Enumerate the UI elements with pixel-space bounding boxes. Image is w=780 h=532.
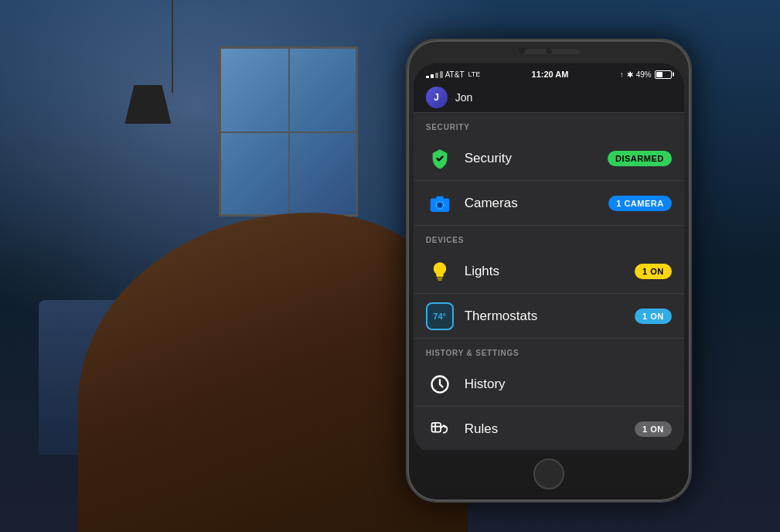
section-header-security: SECURITY (414, 113, 684, 136)
lamp-shade (124, 85, 171, 124)
cameras-badge: 1 CAMERA (608, 196, 671, 211)
app-content: J Jon SECURITY Security Disarmed (414, 82, 684, 450)
rules-icon (429, 418, 451, 440)
thermostats-badge: 1 ON (635, 309, 672, 324)
status-left: AT&T LTE (426, 70, 481, 79)
section-header-history: HISTORY & SETTINGS (414, 339, 684, 362)
lights-label: Lights (465, 264, 635, 279)
camera-icon (429, 193, 451, 214)
security-icon-wrap (426, 145, 454, 172)
battery-icon (655, 70, 672, 79)
status-right: ↑ ✱ 49% (620, 70, 672, 79)
thermostats-label: Thermostats (465, 309, 635, 324)
avatar: J (426, 87, 448, 108)
bluetooth-icon: ✱ (627, 70, 633, 79)
rules-icon-wrap (426, 415, 454, 443)
network-label: LTE (468, 70, 481, 78)
phone-screen: AT&T LTE 11:20 AM ↑ ✱ 49% J (414, 63, 684, 455)
signal-dot-2 (431, 74, 434, 78)
rules-label: Rules (465, 421, 635, 437)
menu-item-cameras[interactable]: Cameras 1 CAMERA (414, 181, 684, 226)
svg-rect-3 (436, 196, 443, 200)
thermo-icon-wrap: 74° (426, 302, 454, 330)
security-label: Security (465, 151, 608, 166)
section-title-history: HISTORY & SETTINGS (426, 349, 519, 357)
menu-item-lights[interactable]: Lights 1 ON (414, 249, 684, 294)
lights-badge: 1 ON (635, 264, 672, 279)
svg-rect-5 (431, 422, 441, 431)
camera-icon-wrap (426, 189, 454, 217)
phone-frame: AT&T LTE 11:20 AM ↑ ✱ 49% J (406, 39, 692, 503)
security-badge: Disarmed (608, 151, 672, 166)
user-name: Jon (455, 91, 473, 104)
carrier-label: AT&T (445, 70, 465, 79)
menu-item-security[interactable]: Security Disarmed (414, 136, 684, 181)
time-display: 11:20 AM (532, 70, 569, 79)
clock-icon (429, 373, 451, 395)
window (219, 46, 358, 217)
home-button[interactable] (533, 459, 564, 489)
signal-dot-1 (426, 76, 429, 78)
signal-strength (426, 71, 443, 78)
avatar-initials: J (434, 92, 439, 103)
shield-icon (429, 148, 451, 169)
thermo-icon: 74° (433, 312, 446, 321)
section-title-devices: DEVICES (426, 236, 465, 244)
bulb-icon-wrap (426, 257, 454, 285)
location-icon: ↑ (620, 70, 624, 79)
battery-fill (656, 72, 663, 77)
history-label: History (465, 377, 672, 392)
svg-point-2 (438, 203, 441, 207)
lamp-cord (172, 0, 173, 93)
status-bar: AT&T LTE 11:20 AM ↑ ✱ 49% (414, 63, 684, 82)
menu-item-thermostats[interactable]: 74° Thermostats 1 ON (414, 294, 684, 339)
rules-badge: 1 ON (635, 421, 672, 437)
signal-dot-3 (435, 73, 438, 78)
section-title-security: SECURITY (426, 123, 470, 131)
menu-item-history[interactable]: History (414, 362, 684, 407)
clock-icon-wrap (426, 370, 454, 398)
user-row: J Jon (414, 82, 684, 113)
bulb-icon (429, 261, 451, 282)
section-header-devices: DEVICES (414, 226, 684, 249)
signal-dot-4 (440, 71, 443, 78)
battery-percent: 49% (636, 70, 652, 79)
menu-item-rules[interactable]: Rules 1 ON (414, 407, 684, 450)
cameras-label: Cameras (465, 196, 609, 211)
